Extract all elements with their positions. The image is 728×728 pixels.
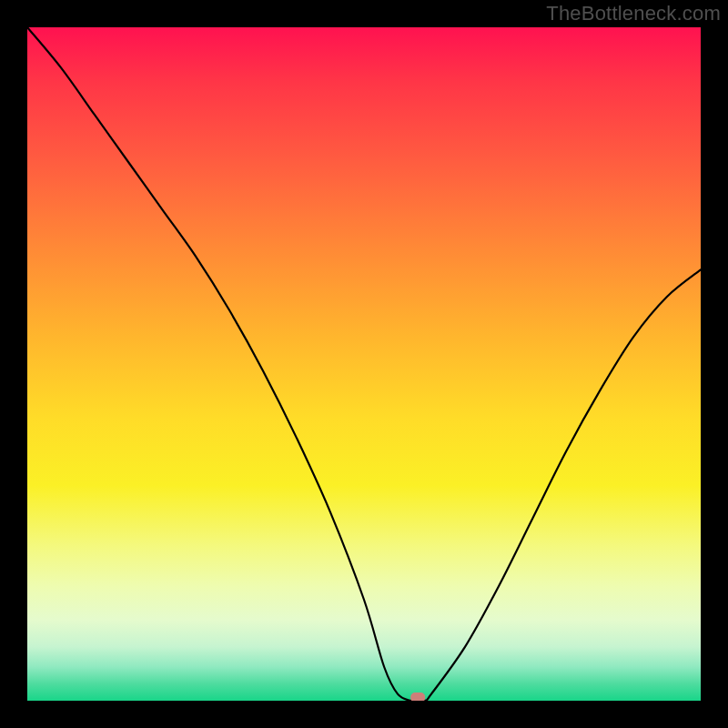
optimum-marker xyxy=(410,693,425,701)
chart-svg xyxy=(27,27,701,701)
chart-frame: TheBottleneck.com xyxy=(0,0,728,728)
bottleneck-curve xyxy=(27,27,701,701)
plot-area xyxy=(27,27,701,701)
watermark-text: TheBottleneck.com xyxy=(546,2,721,25)
